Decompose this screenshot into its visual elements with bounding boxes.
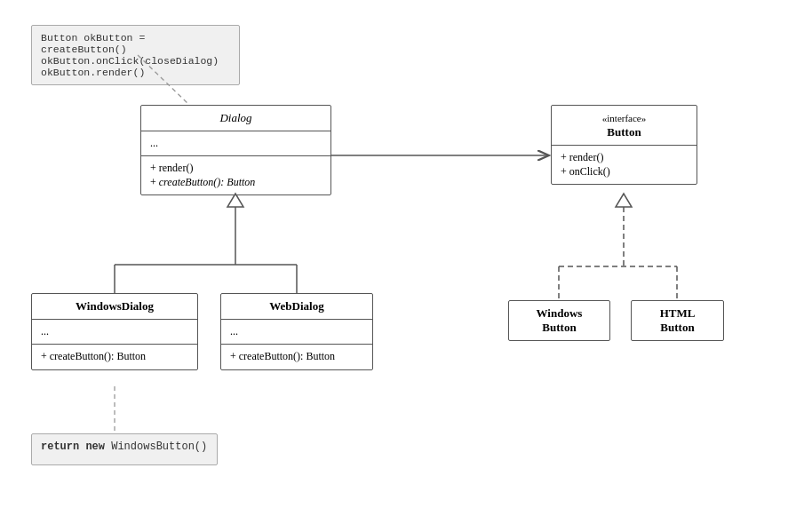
web-dialog-section2: + createButton(): Button	[221, 345, 372, 369]
windows-dialog-box: WindowsDialog ... + createButton(): Butt…	[31, 293, 198, 370]
dialog-box: Dialog ... + render() + createButton(): …	[140, 105, 331, 195]
note-top-line2: okButton.onClick(closeDialog)	[41, 55, 230, 67]
dialog-section2: + render() + createButton(): Button	[141, 156, 330, 194]
note-top: Button okButton = createButton() okButto…	[31, 25, 240, 85]
web-dialog-header: WebDialog	[221, 294, 372, 320]
windows-dialog-section2: + createButton(): Button	[32, 345, 197, 369]
windows-button-box: WindowsButton	[508, 300, 610, 341]
button-interface-header: «interface» Button	[552, 106, 697, 146]
windows-dialog-header: WindowsDialog	[32, 294, 197, 320]
html-button-header: HTMLButton	[632, 301, 723, 340]
svg-marker-11	[616, 194, 632, 207]
uml-diagram: Button okButton = createButton() okButto…	[0, 0, 812, 508]
html-button-box: HTMLButton	[631, 300, 724, 341]
web-dialog-section1: ...	[221, 320, 372, 345]
web-dialog-box: WebDialog ... + createButton(): Button	[220, 293, 373, 370]
button-interface-section: + render() + onClick()	[552, 146, 697, 184]
windows-dialog-section1: ...	[32, 320, 197, 345]
dialog-section1: ...	[141, 131, 330, 156]
note-top-line1: Button okButton = createButton()	[41, 32, 230, 55]
note-bottom: return new WindowsButton()	[31, 433, 218, 465]
dialog-header: Dialog	[141, 106, 330, 131]
windows-button-header: WindowsButton	[509, 301, 609, 340]
button-interface-box: «interface» Button + render() + onClick(…	[551, 105, 697, 185]
svg-marker-6	[227, 194, 243, 207]
note-top-line3: okButton.render()	[41, 67, 230, 78]
